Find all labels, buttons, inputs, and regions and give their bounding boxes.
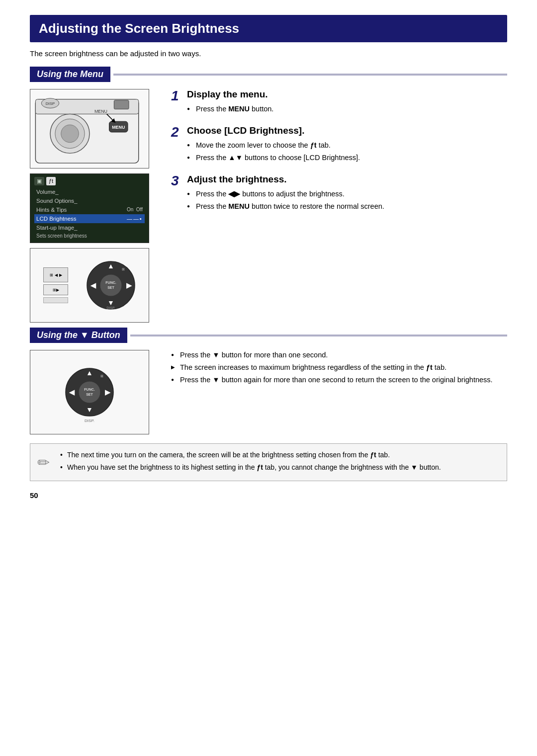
ft-tab-ref-1: ƒt: [310, 141, 317, 149]
svg-text:DISP.: DISP.: [85, 419, 94, 423]
dpad-2: ▲ ▼ ◀ ▶ FUNC. SET ⊠ DISP.: [65, 367, 114, 417]
menu-key-1: MENU: [228, 105, 250, 113]
section2-bullet-list: Press the ▼ button for more than one sec…: [171, 350, 507, 385]
section1-steps: 1 Display the menu. Press the MENU butto…: [171, 89, 507, 323]
svg-text:▼: ▼: [107, 299, 114, 307]
svg-text:▶: ▶: [126, 281, 132, 289]
step-2-bullets: Move the zoom lever to choose the ƒt tab…: [187, 140, 507, 163]
strip-top: ⊞ ◀ ▶: [43, 267, 68, 282]
menu-item-sound: Sound Options_: [34, 196, 145, 205]
svg-text:SET: SET: [86, 393, 93, 396]
step-3-bullets: Press the ◀▶ buttons to adjust the brigh…: [187, 189, 507, 212]
svg-text:MENU: MENU: [112, 125, 125, 130]
note-bullet-2: When you have set the brightness to its …: [60, 462, 499, 473]
menu-tab-camera: ▣: [34, 177, 44, 185]
section1-header: Using the Menu: [30, 67, 507, 82]
menu-screen: ▣ ƒt Volume_ Sound Options_ Hints & Tips…: [30, 173, 149, 243]
svg-text:MENU: MENU: [94, 109, 107, 114]
camera-top-diagram: MENU DISP MENU: [30, 89, 149, 168]
step-1-title: Display the menu.: [187, 89, 507, 100]
step-1-number: 1: [171, 89, 182, 103]
menu-item-lcd: LCD Brightness——▪: [34, 214, 145, 223]
step-2-content: Choose [LCD Brightness]. Move the zoom l…: [187, 125, 507, 165]
svg-text:◀: ◀: [90, 281, 96, 289]
updown-key: ▲▼: [228, 154, 243, 162]
dpad-1: ▲ ▼ ◀ ▶ FUNC. SET ⊠ DISP.: [86, 260, 136, 310]
section2-bullet-3: Press the ▼ button again for more than o…: [171, 375, 507, 385]
step-1-bullet-1: Press the MENU button.: [187, 104, 507, 114]
menu-key-2: MENU: [228, 202, 250, 210]
svg-text:▲: ▲: [86, 369, 93, 377]
section1-images: MENU DISP MENU ▣ ƒt: [30, 89, 159, 323]
svg-text:DISP: DISP: [46, 101, 55, 106]
section2-line: [130, 335, 507, 336]
section2-header: Using the ▼ Button: [30, 328, 507, 343]
svg-rect-9: [114, 100, 129, 109]
page-title: Adjusting the Screen Brightness: [30, 15, 507, 42]
intro-text: The screen brightness can be adjusted in…: [30, 49, 507, 58]
svg-text:⊠: ⊠: [100, 374, 103, 378]
step-2-bullet-2: Press the ▲▼ buttons to choose [LCD Brig…: [187, 153, 507, 163]
control-panel-left: ⊞ ◀ ▶ ⊞ ▶: [43, 267, 68, 303]
dpad-box-2: ▲ ▼ ◀ ▶ FUNC. SET ⊠ DISP.: [30, 350, 149, 434]
step-2: 2 Choose [LCD Brightness]. Move the zoom…: [171, 125, 507, 165]
section1-title: Using the Menu: [30, 67, 110, 82]
step-2-title: Choose [LCD Brightness].: [187, 125, 507, 136]
menu-item-note: Sets screen brightness: [34, 232, 145, 240]
section2-bullet-1: Press the ▼ button for more than one sec…: [171, 350, 507, 360]
step-1-bullets: Press the MENU button.: [187, 104, 507, 114]
svg-point-27: [79, 381, 100, 403]
menu-item-volume: Volume_: [34, 187, 145, 196]
svg-text:▲: ▲: [107, 262, 114, 270]
svg-text:FUNC.: FUNC.: [84, 388, 94, 391]
svg-text:◀: ◀: [69, 388, 75, 396]
menu-item-hints: Hints & TipsOn Off: [34, 205, 145, 214]
step-3-content: Adjust the brightness. Press the ◀▶ butt…: [187, 174, 507, 214]
svg-text:▼: ▼: [86, 406, 93, 414]
note-pencil-icon: ✏: [37, 451, 50, 474]
ft-tab-ref-2: ƒt: [426, 363, 433, 371]
step-3-bullet-2: Press the MENU button twice to restore t…: [187, 201, 507, 212]
note-bullet-list: The next time you turn on the camera, th…: [60, 450, 499, 473]
step-1-content: Display the menu. Press the MENU button.: [187, 89, 507, 116]
svg-text:SET: SET: [107, 286, 114, 289]
ft-tab-ref-note2: ƒt: [257, 463, 263, 471]
section2-title: Using the ▼ Button: [30, 328, 127, 343]
section2-bullet-2: The screen increases to maximum brightne…: [171, 362, 507, 373]
section2-image: ▲ ▼ ◀ ▶ FUNC. SET ⊠ DISP.: [30, 350, 159, 434]
step-3-number: 3: [171, 174, 182, 188]
controls-diagram-1: ⊞ ◀ ▶ ⊞ ▶ ▲ ▼ ◀ ▶: [30, 248, 149, 323]
strip-bot: [43, 297, 68, 303]
svg-text:DISP.: DISP.: [106, 306, 115, 310]
menu-tabs: ▣ ƒt: [34, 177, 145, 185]
section2-content: ▲ ▼ ◀ ▶ FUNC. SET ⊠ DISP. Press the ▼ bu…: [30, 350, 507, 434]
strip-mid: ⊞ ▶: [43, 284, 68, 295]
note-box: ✏ The next time you turn on the camera, …: [30, 443, 507, 481]
section2-bullets: Press the ▼ button for more than one sec…: [171, 350, 507, 434]
section1-line: [113, 74, 507, 76]
menu-tab-settings: ƒt: [46, 177, 56, 185]
svg-point-17: [100, 274, 122, 296]
svg-text:▶: ▶: [105, 388, 111, 396]
svg-text:FUNC.: FUNC.: [105, 281, 116, 284]
down-key-1: ▼: [212, 351, 219, 359]
page-number: 50: [30, 491, 507, 500]
step-3-title: Adjust the brightness.: [187, 174, 507, 185]
step-2-bullet-1: Move the zoom lever to choose the ƒt tab…: [187, 140, 507, 151]
note-bullet-1: The next time you turn on the camera, th…: [60, 450, 499, 460]
step-2-number: 2: [171, 125, 182, 139]
leftright-key: ◀▶: [228, 190, 240, 198]
step-1: 1 Display the menu. Press the MENU butto…: [171, 89, 507, 116]
down-key-note: ▼: [411, 463, 418, 471]
section1-content: MENU DISP MENU ▣ ƒt: [30, 89, 507, 323]
svg-point-4: [61, 125, 79, 143]
menu-item-startup: Start-up Image_: [34, 223, 145, 232]
down-key-2: ▼: [212, 376, 219, 384]
ft-tab-ref-note1: ƒt: [370, 451, 376, 459]
svg-text:⊠: ⊠: [122, 267, 125, 271]
step-3: 3 Adjust the brightness. Press the ◀▶ bu…: [171, 174, 507, 214]
step-3-bullet-1: Press the ◀▶ buttons to adjust the brigh…: [187, 189, 507, 199]
